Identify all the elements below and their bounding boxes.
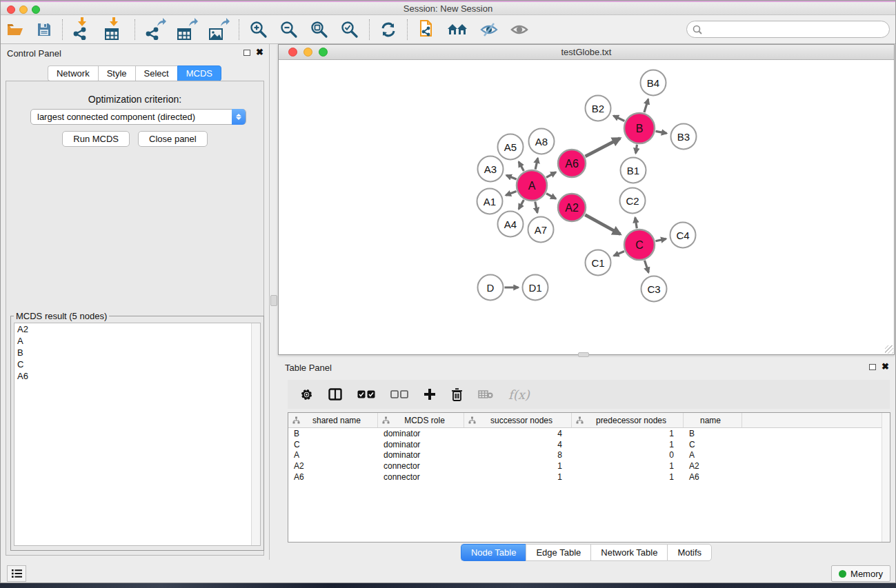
- tab-style[interactable]: Style: [98, 65, 135, 81]
- edge-A-A1[interactable]: [506, 191, 516, 195]
- table-row[interactable]: A2connector11A2: [288, 460, 890, 472]
- zoom-out-button[interactable]: [274, 17, 304, 42]
- mcds-result-list[interactable]: A2ABCA6: [14, 323, 261, 546]
- edge-A6-B[interactable]: [586, 139, 620, 156]
- node-C4[interactable]: C4: [670, 223, 696, 248]
- node-C[interactable]: C: [624, 230, 655, 260]
- edge-A-A5[interactable]: [519, 162, 524, 171]
- cell-name[interactable]: A2: [684, 461, 742, 471]
- column-header-successor-nodes[interactable]: successor nodes: [464, 413, 572, 427]
- function-builder-button[interactable]: f(x): [508, 387, 530, 402]
- column-header-MCDS-role[interactable]: MCDS role: [378, 413, 464, 427]
- column-layout-button[interactable]: [328, 388, 342, 401]
- edge-A-A8[interactable]: [535, 158, 538, 169]
- table-settings-button[interactable]: [300, 388, 313, 401]
- edge-C-C4[interactable]: [655, 239, 666, 241]
- cell-MCDS-role[interactable]: connector: [378, 461, 464, 471]
- node-B3[interactable]: B3: [671, 124, 697, 150]
- hide-panels-button[interactable]: [474, 17, 504, 42]
- deselect-all-button[interactable]: [390, 390, 408, 398]
- table-scrollbar[interactable]: [882, 413, 890, 542]
- table-row[interactable]: Bdominator41B: [288, 428, 890, 439]
- network-canvas[interactable]: B4B2BB3B1A5A8A6A3AA1C2A2A4A7C4CC1C3DD1: [279, 60, 894, 354]
- node-B[interactable]: B: [624, 113, 655, 143]
- tab-node-table[interactable]: Node Table: [461, 544, 526, 561]
- export-table-button[interactable]: [171, 17, 203, 42]
- table-row[interactable]: Adominator80A: [288, 449, 890, 460]
- network-window-titlebar[interactable]: testGlobe.txt: [279, 45, 894, 60]
- edge-A-A2[interactable]: [546, 194, 556, 199]
- delete-row-button[interactable]: [451, 388, 463, 401]
- task-history-button[interactable]: [7, 565, 26, 582]
- zoom-fit-button[interactable]: [304, 17, 335, 42]
- float-table-panel-icon[interactable]: [869, 364, 876, 370]
- criterion-select[interactable]: largest connected component (directed): [30, 109, 246, 125]
- search-input[interactable]: [706, 24, 889, 34]
- node-A3[interactable]: A3: [478, 156, 504, 182]
- table-row[interactable]: A6connector11A6: [288, 472, 890, 483]
- cell-shared-name[interactable]: A2: [288, 461, 378, 471]
- network-from-file-button[interactable]: [412, 17, 441, 42]
- edge-C-C2[interactable]: [635, 218, 637, 229]
- cell-name[interactable]: B: [684, 429, 742, 438]
- close-panel-icon[interactable]: ✖: [256, 49, 263, 56]
- edge-B-B4[interactable]: [644, 99, 648, 112]
- node-C1[interactable]: C1: [586, 250, 611, 276]
- tab-mcds[interactable]: MCDS: [177, 65, 221, 81]
- node-D[interactable]: D: [478, 275, 504, 301]
- node-A8[interactable]: A8: [529, 129, 555, 154]
- toolbar-search[interactable]: [686, 21, 890, 38]
- close-panel-button[interactable]: Close panel: [138, 131, 208, 147]
- node-A6[interactable]: A6: [558, 150, 586, 177]
- edge-C-C3[interactable]: [644, 261, 648, 273]
- mcds-result-item[interactable]: A6: [14, 370, 260, 382]
- tab-edge-table[interactable]: Edge Table: [526, 544, 590, 561]
- node-A5[interactable]: A5: [498, 134, 524, 160]
- mcds-result-item[interactable]: C: [14, 358, 260, 370]
- mcds-result-item[interactable]: B: [14, 347, 260, 358]
- window-resize-grip[interactable]: [885, 345, 893, 354]
- cell-successor-nodes[interactable]: 8: [464, 450, 572, 460]
- node-A[interactable]: A: [517, 170, 547, 201]
- node-A7[interactable]: A7: [528, 217, 554, 243]
- edge-B-B3[interactable]: [656, 131, 667, 133]
- delete-table-button[interactable]: [478, 389, 493, 399]
- cell-MCDS-role[interactable]: dominator: [378, 440, 464, 449]
- edge-B-B1[interactable]: [636, 145, 637, 154]
- open-file-button[interactable]: [0, 17, 30, 42]
- node-B4[interactable]: B4: [641, 70, 666, 96]
- tab-network-table[interactable]: Network Table: [590, 544, 667, 561]
- import-network-button[interactable]: [67, 17, 99, 42]
- node-B1[interactable]: B1: [621, 158, 646, 183]
- save-session-button[interactable]: [30, 17, 58, 42]
- tab-motifs[interactable]: Motifs: [667, 544, 712, 561]
- result-list-scrollbar[interactable]: [251, 323, 260, 545]
- column-header-shared-name[interactable]: shared name: [288, 413, 378, 427]
- refresh-button[interactable]: [374, 17, 403, 42]
- tab-select[interactable]: Select: [135, 65, 177, 81]
- memory-button[interactable]: Memory: [831, 565, 890, 582]
- node-C3[interactable]: C3: [641, 276, 667, 302]
- column-header-predecessor-nodes[interactable]: predecessor nodes: [572, 413, 684, 427]
- cell-shared-name[interactable]: C: [288, 440, 378, 449]
- cell-predecessor-nodes[interactable]: 1: [572, 440, 684, 449]
- edge-A-A4[interactable]: [519, 200, 524, 209]
- export-network-button[interactable]: [139, 17, 171, 42]
- vertical-divider-handle[interactable]: [270, 295, 277, 306]
- edge-A-A6[interactable]: [546, 172, 556, 178]
- edge-A2-C[interactable]: [585, 215, 620, 234]
- cell-predecessor-nodes[interactable]: 1: [572, 461, 684, 471]
- float-panel-icon[interactable]: [243, 50, 250, 56]
- home-networks-button[interactable]: [441, 17, 474, 42]
- cell-predecessor-nodes[interactable]: 0: [572, 450, 684, 460]
- cell-name[interactable]: C: [684, 440, 742, 449]
- node-A4[interactable]: A4: [498, 212, 524, 237]
- run-mcds-button[interactable]: Run MCDS: [62, 131, 130, 147]
- zoom-in-button[interactable]: [243, 17, 274, 42]
- node-C2[interactable]: C2: [620, 188, 646, 214]
- cell-MCDS-role[interactable]: dominator: [378, 429, 464, 438]
- edge-B-B2[interactable]: [613, 116, 624, 121]
- node-D1[interactable]: D1: [523, 275, 548, 301]
- tab-network[interactable]: Network: [48, 65, 98, 81]
- cell-successor-nodes[interactable]: 1: [464, 472, 572, 482]
